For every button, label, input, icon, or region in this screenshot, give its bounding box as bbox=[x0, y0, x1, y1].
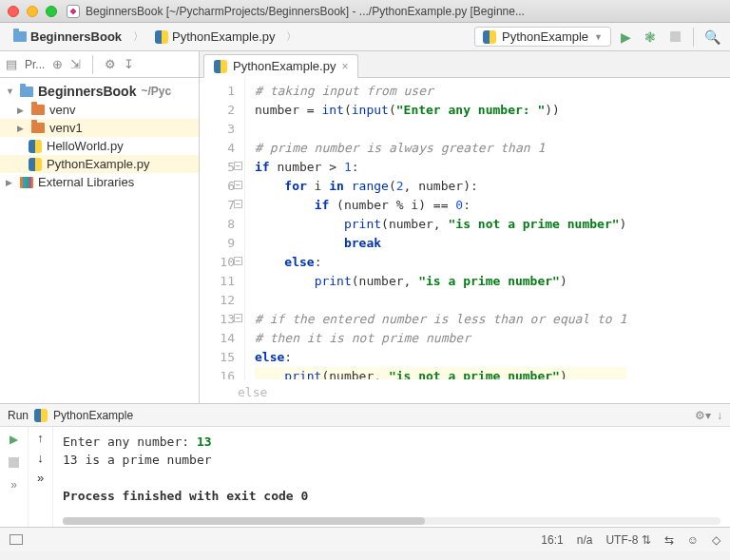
tree-item-label: PythonExample.py bbox=[47, 157, 149, 171]
tool-windows-icon[interactable] bbox=[10, 534, 23, 545]
editor-tab[interactable]: PythonExample.py × bbox=[203, 54, 358, 78]
run-config-name: PythonExample bbox=[53, 409, 133, 422]
separator bbox=[693, 28, 694, 47]
code-line[interactable]: else: bbox=[255, 255, 321, 269]
python-file-icon bbox=[483, 30, 496, 44]
breadcrumb-file[interactable]: PythonExample.py bbox=[149, 28, 280, 46]
rerun-button[interactable]: ▶ bbox=[6, 431, 23, 448]
python-file-icon bbox=[214, 60, 227, 73]
folder-icon bbox=[13, 31, 27, 42]
tree-external-libraries[interactable]: ▶ External Libraries bbox=[0, 173, 199, 191]
code-line[interactable]: break bbox=[255, 236, 381, 250]
tree-item-helloworld[interactable]: HelloWorld.py bbox=[0, 137, 199, 155]
more-button[interactable]: » bbox=[37, 471, 44, 485]
project-label: Pr... bbox=[25, 58, 45, 71]
folder-icon bbox=[20, 87, 33, 97]
editor-tab-label: PythonExample.py bbox=[233, 59, 336, 73]
code-line[interactable]: print(number, "is not a prime number") bbox=[255, 217, 626, 231]
stop-button[interactable] bbox=[664, 27, 685, 48]
run-header: Run PythonExample ⚙▾ ↓ bbox=[0, 404, 730, 427]
bug-icon: ❃ bbox=[644, 29, 656, 45]
minimize-window-icon[interactable] bbox=[27, 6, 38, 17]
expand-icon[interactable]: ▶ bbox=[17, 106, 27, 115]
gear-icon[interactable]: ⚙▾ bbox=[695, 409, 711, 422]
window-titlebar: BeginnersBook [~/PycharmProjects/Beginne… bbox=[0, 0, 730, 23]
down-icon[interactable]: ↓ bbox=[37, 451, 44, 465]
code-line[interactable]: if number > 1: bbox=[255, 160, 359, 174]
target-icon[interactable]: ⊕ bbox=[52, 57, 63, 71]
code-line[interactable]: print(number, "is a prime number") bbox=[255, 274, 567, 288]
python-file-icon bbox=[34, 409, 48, 422]
run-header-label: Run bbox=[8, 409, 29, 422]
run-configuration-selector[interactable]: PythonExample ▼ bbox=[474, 27, 611, 47]
structure-breadcrumb[interactable]: else bbox=[200, 379, 730, 403]
run-tool-window: Run PythonExample ⚙▾ ↓ ▶ » ↑ ↓ » Enter a… bbox=[0, 403, 730, 527]
console-line: 13 is a prime number bbox=[63, 451, 720, 469]
hide-icon[interactable]: ↧ bbox=[124, 57, 134, 71]
code-line[interactable]: number = int(input("Enter any number: ")… bbox=[255, 103, 560, 117]
code-line[interactable]: print(number, "is not a prime number") bbox=[255, 367, 626, 379]
python-file-icon bbox=[29, 158, 42, 171]
maximize-window-icon[interactable] bbox=[46, 6, 57, 17]
dropdown-icon: ▼ bbox=[594, 32, 603, 42]
code-line[interactable]: # prime number is always greater than 1 bbox=[255, 141, 545, 155]
scrollbar-thumb[interactable] bbox=[63, 517, 425, 525]
more-button[interactable]: » bbox=[6, 476, 23, 493]
project-tree[interactable]: ▼ BeginnersBook ~/Pyc ▶ venv ▶ venv1 Hel… bbox=[0, 78, 199, 403]
expand-icon[interactable]: ▶ bbox=[17, 124, 27, 133]
app-icon bbox=[67, 5, 80, 18]
python-file-icon bbox=[29, 140, 42, 153]
debug-button[interactable]: ❃ bbox=[640, 27, 661, 48]
run-button[interactable]: ▶ bbox=[615, 27, 636, 48]
expand-icon[interactable]: ▼ bbox=[6, 87, 15, 96]
read-only-toggle[interactable]: ⇆ bbox=[664, 533, 674, 547]
close-tab-icon[interactable]: × bbox=[341, 60, 348, 73]
tree-item-venv1[interactable]: ▶ venv1 bbox=[0, 119, 199, 137]
run-side-toolbar-2: ↑ ↓ » bbox=[29, 427, 53, 527]
up-icon[interactable]: ↑ bbox=[37, 431, 44, 445]
source-code[interactable]: # taking input from user number = int(in… bbox=[245, 78, 626, 379]
search-everywhere-button[interactable]: 🔍 bbox=[701, 27, 722, 48]
breadcrumb-project-label: BeginnersBook bbox=[30, 29, 122, 44]
memory-indicator[interactable]: ☺ bbox=[687, 533, 699, 547]
code-editor[interactable]: 12345−6−7−8910−111213−141516 # taking in… bbox=[200, 78, 730, 379]
editor-pane: PythonExample.py × 12345−6−7−8910−111213… bbox=[200, 51, 730, 403]
notifications-icon[interactable]: ◇ bbox=[712, 533, 720, 547]
tree-item-label: HelloWorld.py bbox=[47, 139, 124, 153]
tree-item-label: External Libraries bbox=[38, 175, 134, 189]
run-side-toolbar: ▶ » bbox=[0, 427, 29, 527]
collapse-icon[interactable]: ⇲ bbox=[70, 57, 81, 71]
export-icon[interactable]: ↓ bbox=[717, 409, 722, 422]
gear-icon[interactable]: ⚙ bbox=[105, 57, 116, 71]
code-line[interactable]: if (number % i) == 0: bbox=[255, 198, 471, 212]
console-line: Enter any number: 13 bbox=[63, 433, 720, 451]
file-encoding[interactable]: UTF-8 ⇅ bbox=[605, 533, 650, 547]
project-tool-window: ▤ Pr... ⊕ ⇲ ⚙ ↧ ▼ BeginnersBook ~/Pyc ▶ … bbox=[0, 51, 200, 403]
caret-position[interactable]: 16:1 bbox=[541, 533, 563, 547]
code-line[interactable]: # then it is not prime number bbox=[255, 331, 471, 345]
tree-root-path: ~/Pyc bbox=[141, 85, 171, 98]
window-title: BeginnersBook [~/PycharmProjects/Beginne… bbox=[86, 5, 722, 18]
close-window-icon[interactable] bbox=[8, 6, 19, 17]
code-line[interactable]: # taking input from user bbox=[255, 84, 433, 98]
folder-icon bbox=[31, 123, 45, 133]
project-toolbar: ▤ Pr... ⊕ ⇲ ⚙ ↧ bbox=[0, 51, 199, 78]
console-output[interactable]: Enter any number: 13 13 is a prime numbe… bbox=[53, 427, 730, 527]
stop-button[interactable] bbox=[6, 454, 23, 471]
code-line[interactable]: # if the entered number is less than or … bbox=[255, 312, 626, 326]
project-view-icon[interactable]: ▤ bbox=[6, 57, 17, 71]
code-line[interactable]: for i in range(2, number): bbox=[255, 179, 478, 193]
expand-icon[interactable]: ▶ bbox=[6, 178, 15, 187]
tree-root[interactable]: ▼ BeginnersBook ~/Pyc bbox=[0, 82, 199, 101]
line-gutter[interactable]: 12345−6−7−8910−111213−141516 bbox=[200, 78, 245, 379]
search-icon: 🔍 bbox=[704, 29, 720, 45]
library-icon bbox=[20, 177, 33, 188]
navigation-bar: BeginnersBook 〉 PythonExample.py 〉 Pytho… bbox=[0, 23, 730, 51]
folder-icon bbox=[31, 105, 45, 115]
code-line[interactable]: else: bbox=[255, 350, 292, 364]
tree-item-pythonexample[interactable]: PythonExample.py bbox=[0, 155, 199, 173]
line-separator[interactable]: n/a bbox=[577, 533, 593, 547]
breadcrumb-project[interactable]: BeginnersBook bbox=[8, 28, 127, 46]
tree-item-venv[interactable]: ▶ venv bbox=[0, 101, 199, 119]
horizontal-scrollbar[interactable] bbox=[63, 517, 720, 525]
